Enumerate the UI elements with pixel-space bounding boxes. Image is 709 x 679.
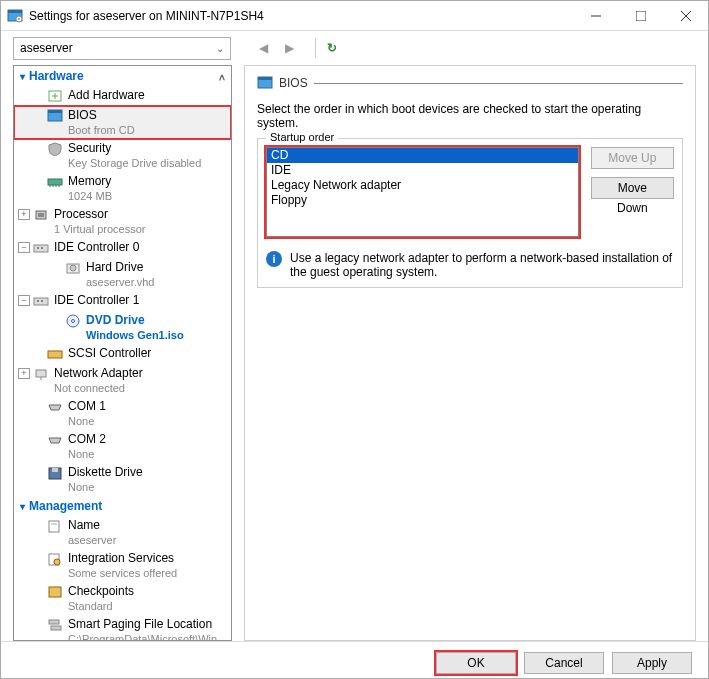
tree-item-security[interactable]: SecurityKey Storage Drive disabled (14, 139, 231, 172)
bios-icon (46, 108, 64, 124)
chevron-up-icon: ʌ (219, 71, 225, 82)
move-down-button[interactable]: Move Down (591, 177, 674, 199)
collapse-icon[interactable]: − (18, 295, 30, 306)
svg-point-3 (18, 18, 20, 20)
move-up-button[interactable]: Move Up (591, 147, 674, 169)
maximize-button[interactable] (618, 1, 663, 30)
tree-item-label: Smart Paging File Location (68, 617, 226, 632)
ok-button[interactable]: OK (436, 652, 516, 674)
tree-item-sub: Windows Gen1.iso (86, 328, 184, 342)
collapse-icon: ▾ (20, 501, 25, 512)
tree-item-sub: None (68, 414, 106, 428)
tree-section-management[interactable]: ▾ Management (14, 496, 231, 516)
tree-item-name[interactable]: Nameaseserver (14, 516, 231, 549)
tree-item-com2[interactable]: COM 2None (14, 430, 231, 463)
paging-icon (46, 617, 64, 633)
settings-tree[interactable]: ▾ Hardware ʌ Add Hardware BIOSBoot from … (13, 65, 232, 641)
tree-item-label: Memory (68, 174, 112, 189)
tree-item-sub: None (68, 480, 143, 494)
info-icon: i (266, 251, 282, 267)
group-label: Startup order (266, 131, 338, 143)
tree-item-memory[interactable]: Memory1024 MB (14, 172, 231, 205)
tree-item-add-hardware[interactable]: Add Hardware (14, 86, 231, 106)
tree-section-hardware[interactable]: ▾ Hardware ʌ (14, 66, 231, 86)
tree-item-hard-drive[interactable]: Hard Driveaseserver.vhd (14, 258, 231, 291)
nav-forward-button[interactable]: ▶ (279, 38, 299, 58)
tree-item-label: IDE Controller 0 (54, 240, 139, 255)
tree-item-label: Name (68, 518, 116, 533)
tree-item-bios[interactable]: BIOSBoot from CD (14, 106, 231, 139)
collapse-icon[interactable]: − (18, 242, 30, 253)
tree-item-ide1[interactable]: − IDE Controller 1 (14, 291, 231, 311)
tree-item-ide0[interactable]: − IDE Controller 0 (14, 238, 231, 258)
tree-item-label: Network Adapter (54, 366, 143, 381)
hard-drive-icon (64, 260, 82, 276)
tree-item-sub: Boot from CD (68, 123, 135, 137)
tree-item-label: Diskette Drive (68, 465, 143, 480)
svg-rect-13 (48, 179, 62, 185)
dialog-footer: OK Cancel Apply (1, 641, 708, 679)
tree-item-paging[interactable]: Smart Paging File LocationC:\ProgramData… (14, 615, 231, 641)
svg-rect-35 (49, 521, 59, 532)
tree-item-com1[interactable]: COM 1None (14, 397, 231, 430)
tree-item-checkpoints[interactable]: CheckpointsStandard (14, 582, 231, 615)
tree-item-label: DVD Drive (86, 313, 184, 328)
shield-icon (46, 141, 64, 157)
scsi-icon (46, 346, 64, 362)
tree-item-label: IDE Controller 1 (54, 293, 139, 308)
vm-selector-label: aseserver (20, 41, 73, 55)
tree-item-diskette[interactable]: Diskette DriveNone (14, 463, 231, 496)
apply-button[interactable]: Apply (612, 652, 692, 674)
close-button[interactable] (663, 1, 708, 30)
tree-item-dvd-drive[interactable]: DVD DriveWindows Gen1.iso (14, 311, 231, 344)
svg-rect-20 (34, 245, 48, 252)
window-title: Settings for aseserver on MININT-N7P1SH4 (29, 9, 573, 23)
tree-item-scsi[interactable]: SCSI Controller (14, 344, 231, 364)
svg-point-38 (54, 559, 60, 565)
list-item[interactable]: Legacy Network adapter (267, 178, 578, 193)
startup-order-listbox[interactable]: CD IDE Legacy Network adapter Floppy (266, 147, 579, 237)
titlebar: Settings for aseserver on MININT-N7P1SH4 (1, 1, 708, 31)
tree-item-sub: None (68, 447, 106, 461)
expand-icon[interactable]: + (18, 209, 30, 220)
list-item[interactable]: Floppy (267, 193, 578, 208)
tree-section-label: Hardware (29, 69, 84, 83)
tree-item-label: Checkpoints (68, 584, 134, 599)
list-item[interactable]: IDE (267, 163, 578, 178)
tree-item-label: COM 2 (68, 432, 106, 447)
tree-section-label: Management (29, 499, 102, 513)
network-icon (32, 366, 50, 382)
panel-description: Select the order in which boot devices a… (257, 102, 683, 130)
expand-icon[interactable]: + (18, 368, 30, 379)
separator (315, 38, 316, 58)
svg-rect-31 (36, 370, 46, 377)
tree-item-network[interactable]: + Network AdapterNot connected (14, 364, 231, 397)
controller-icon (32, 240, 50, 256)
tree-item-processor[interactable]: + Processor1 Virtual processor (14, 205, 231, 238)
tree-item-sub: aseserver.vhd (86, 275, 154, 289)
tree-item-sub: Standard (68, 599, 134, 613)
settings-icon (7, 8, 23, 24)
vm-selector[interactable]: aseserver ⌄ (13, 37, 231, 60)
toolbar: aseserver ⌄ ◀ ▶ ↻ (1, 31, 708, 61)
nav-back-button[interactable]: ◀ (253, 38, 273, 58)
tree-item-label: Integration Services (68, 551, 177, 566)
svg-point-27 (41, 300, 43, 302)
controller-icon (32, 293, 50, 309)
tree-item-sub: 1 Virtual processor (54, 222, 146, 236)
tree-item-integration[interactable]: Integration ServicesSome services offere… (14, 549, 231, 582)
processor-icon (32, 207, 50, 223)
settings-panel: BIOS Select the order in which boot devi… (244, 65, 696, 641)
list-item[interactable]: CD (267, 148, 578, 163)
svg-rect-5 (636, 11, 646, 21)
refresh-button[interactable]: ↻ (322, 38, 342, 58)
integration-icon (46, 551, 64, 567)
minimize-button[interactable] (573, 1, 618, 30)
tree-item-sub: Key Storage Drive disabled (68, 156, 201, 170)
cancel-button[interactable]: Cancel (524, 652, 604, 674)
chevron-down-icon: ⌄ (216, 43, 224, 54)
startup-order-group: Startup order CD IDE Legacy Network adap… (257, 138, 683, 288)
svg-point-24 (70, 265, 76, 271)
com-port-icon (46, 399, 64, 415)
svg-point-22 (41, 247, 43, 249)
